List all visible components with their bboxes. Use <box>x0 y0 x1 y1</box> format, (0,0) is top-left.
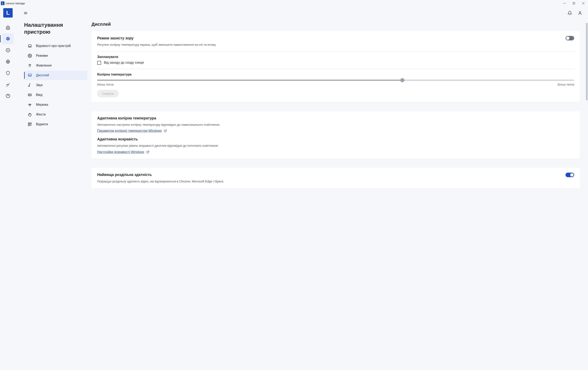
subnav-item-label: Ввід <box>36 93 42 97</box>
subnav-item-label: Мережа <box>36 103 48 106</box>
app-icon: L <box>1 1 4 5</box>
svg-rect-1 <box>573 2 575 4</box>
subnav-audio[interactable]: Звук <box>24 80 87 90</box>
eye-care-card: Режим захисту зору Регулює колірну темпе… <box>92 31 580 102</box>
laptop-icon <box>28 44 32 48</box>
adaptive-temp-title: Адаптивна колірна температура <box>97 116 574 120</box>
link-text: Настройки яскравості Windows <box>97 150 144 154</box>
maximize-button[interactable] <box>569 0 579 7</box>
adaptive-bright-title: Адаптивна яскравість <box>97 137 574 141</box>
minimize-button[interactable] <box>560 0 569 7</box>
account-icon[interactable] <box>578 11 582 15</box>
subnav-item-label: Живлення <box>36 64 52 67</box>
subnav-gestures[interactable]: Жести <box>24 110 87 119</box>
svg-point-15 <box>29 55 31 56</box>
monitor-icon <box>28 73 32 77</box>
rail-target[interactable] <box>2 56 14 67</box>
svg-rect-16 <box>28 74 32 76</box>
adaptive-temp-desc: Автоматично настроює колірну температуру… <box>97 123 574 127</box>
windows-color-temp-link[interactable]: Параметри колірної температури Windows <box>97 129 167 133</box>
subnav-display[interactable]: Дисплей <box>24 71 87 80</box>
sub-navigation: Налаштування пристрою Відомості про прис… <box>16 7 92 370</box>
main-content: Дисплей Режим захисту зору Регулює колір… <box>92 7 588 370</box>
link-text: Параметри колірної температури Windows <box>97 129 162 133</box>
wifi-icon <box>28 103 32 107</box>
schedule-option-label: Від заходу до сходу сонця <box>104 61 144 64</box>
svg-point-20 <box>29 94 29 95</box>
subnav-power[interactable]: Живлення <box>24 61 87 70</box>
svg-rect-28 <box>28 124 30 126</box>
widgets-icon <box>28 122 32 126</box>
svg-point-21 <box>30 94 30 95</box>
subnav-item-label: Відомості про пристрій <box>36 44 71 48</box>
subnav-title: Налаштування пристрою <box>24 22 87 35</box>
schedule-sunset-checkbox[interactable] <box>97 61 101 65</box>
subnav-item-label: Режими <box>36 54 48 58</box>
adaptive-bright-desc: Автоматично регулює рівень яскравості ди… <box>97 144 574 148</box>
rail-security[interactable] <box>2 68 14 78</box>
music-note-icon <box>28 83 32 87</box>
svg-rect-27 <box>30 123 32 124</box>
subnav-widgets[interactable]: Віджети <box>24 120 87 129</box>
subnav-input[interactable]: Ввід <box>24 90 87 100</box>
divider <box>97 69 574 69</box>
subnav-device-info[interactable]: Відомості про пристрій <box>24 41 87 51</box>
slider-fill <box>97 80 402 81</box>
svg-point-22 <box>30 94 31 95</box>
eye-care-toggle[interactable] <box>566 36 574 41</box>
expand-nav-button[interactable] <box>24 11 28 15</box>
rail-help[interactable] <box>2 91 14 101</box>
window-title: Lenovo Vantage <box>6 2 25 5</box>
eye-care-desc: Регулює колірну температуру екрана, щоб … <box>97 42 574 47</box>
nav-rail: L <box>0 7 16 370</box>
superres-title: Найвища роздільна здатність <box>97 173 152 177</box>
title-bar: L Lenovo Vantage <box>0 0 588 7</box>
color-temp-slider-thumb[interactable] <box>400 78 404 82</box>
schedule-heading: Запланувати <box>97 55 574 59</box>
logo: L <box>3 8 13 18</box>
top-bar <box>16 7 588 20</box>
notifications-icon[interactable] <box>567 11 572 15</box>
slider-max-label: Більш тепла <box>558 83 574 86</box>
external-link-icon <box>164 129 167 133</box>
rail-device-settings[interactable] <box>2 33 14 44</box>
svg-rect-26 <box>28 123 30 124</box>
super-resolution-toggle[interactable] <box>566 173 574 177</box>
gear-icon <box>28 54 32 58</box>
color-temp-heading: Колірна температура <box>97 73 574 76</box>
eye-care-title: Режим захисту зору <box>97 36 134 41</box>
subnav-item-label: Віджети <box>36 123 48 126</box>
subnav-item-label: Звук <box>36 83 43 87</box>
subnav-modes[interactable]: Режими <box>24 51 87 61</box>
divider <box>97 51 574 51</box>
rail-home[interactable] <box>2 22 14 33</box>
subnav-item-label: Жести <box>36 113 46 116</box>
slider-min-label: Менш тепла <box>97 83 114 86</box>
reset-button[interactable]: Скинути <box>97 90 119 97</box>
adaptive-card: Адаптивна колірна температура Автоматичн… <box>92 111 580 159</box>
subnav-network[interactable]: Мережа <box>24 100 87 109</box>
super-resolution-card: Найвища роздільна здатність Покращує роз… <box>92 168 580 189</box>
superres-desc: Покращує роздільну здатність відео, які … <box>97 179 574 184</box>
svg-point-12 <box>579 12 581 13</box>
close-button[interactable] <box>579 0 588 7</box>
svg-rect-13 <box>28 45 31 47</box>
rail-performance[interactable] <box>2 79 14 90</box>
external-link-icon <box>146 150 149 154</box>
scrollbar[interactable] <box>586 23 588 100</box>
hand-icon <box>28 113 32 116</box>
subnav-item-label: Дисплей <box>36 73 49 77</box>
svg-point-7 <box>8 62 8 62</box>
rail-downloads[interactable] <box>2 45 14 55</box>
page-title: Дисплей <box>92 22 580 27</box>
plug-icon <box>28 63 32 68</box>
color-temp-slider-track[interactable] <box>97 80 574 81</box>
windows-brightness-link[interactable]: Настройки яскравості Windows <box>97 150 149 154</box>
keyboard-icon <box>28 93 32 97</box>
svg-rect-19 <box>28 94 32 96</box>
